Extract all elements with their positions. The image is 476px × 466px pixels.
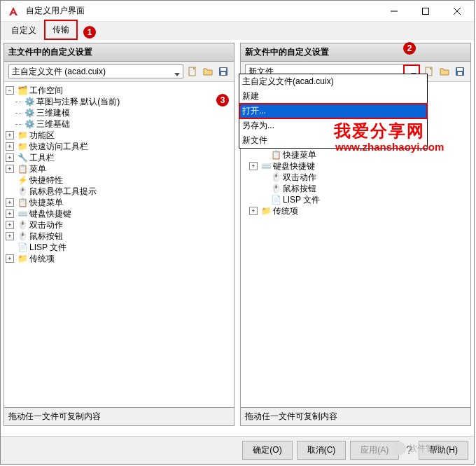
tree-node-dblclick[interactable]: +🖱️双击动作 [6,219,232,231]
save-icon[interactable] [454,65,466,78]
tree-node-shortcutmenu[interactable]: +📋快捷菜单 [6,197,232,208]
tree-node-quickprops[interactable]: ⚡快捷特性 [6,174,232,186]
svg-rect-11 [458,72,462,75]
tree-node-drawing[interactable]: ⚙️草图与注释 默认(当前) [6,96,232,107]
app-icon [5,3,22,20]
right-panel-header: 新文件中的自定义设置 [241,43,470,62]
watermark-footer: 软件智库 [392,441,442,455]
tree-node-mouse[interactable]: +🖱️鼠标按钮 [6,231,232,242]
tree-node-hover[interactable]: 🖱️鼠标悬停工具提示 [6,186,232,197]
title-bar: 自定义用户界面 [1,1,474,22]
svg-rect-10 [457,68,463,71]
left-toolbar: 主自定义文件 (acad.cuix) [4,62,234,82]
new-file-icon[interactable] [186,65,199,78]
right-footer: 拖动任一文件可复制内容 [241,407,470,425]
left-select-value: 主自定义文件 (acad.cuix) [12,66,106,78]
left-panel: 主文件中的自定义设置 主自定义文件 (acad.cuix) −🗂️工作空间 ⚙️… [4,43,234,426]
close-button[interactable] [441,1,472,22]
dropdown-item-new[interactable]: 新建 [239,89,427,104]
window-title: 自定义用户界面 [26,5,85,17]
tree-node-keyboard[interactable]: +⌨️键盘快捷键 [6,208,232,219]
dropdown-item-open[interactable]: 打开... [239,104,427,118]
annotation-marker-2: 2 [403,42,416,55]
tree-node-legacy[interactable]: +📁传统项 [242,205,469,217]
tree-node-mouse[interactable]: 🖱️鼠标按钮 [242,183,469,194]
dropdown-item-main[interactable]: 主自定义文件(acad.cuix) [239,74,427,89]
ok-button[interactable]: 确定(O) [242,441,292,460]
left-footer: 拖动任一文件可复制内容 [4,407,234,425]
left-panel-header: 主文件中的自定义设置 [4,43,234,62]
tree-node-lisp[interactable]: 📄LISP 文件 [6,242,232,253]
minimize-button[interactable] [378,1,410,22]
save-icon[interactable] [217,65,230,78]
tree-node-3dbasic[interactable]: ⚙️三维基础 [6,118,232,130]
tab-customize[interactable]: 自定义 [4,21,44,40]
tree-node-3dmodel[interactable]: ⚙️三维建模 [6,107,232,118]
tree-node-keyboard[interactable]: +⌨️键盘快捷键 [242,160,469,172]
open-folder-icon[interactable] [438,65,451,78]
watermark-text-2: www.zhanshaoyi.com [335,141,444,153]
tab-bar: 自定义 传输 [1,22,474,40]
open-folder-icon[interactable] [202,65,214,78]
tree-node-dblclick[interactable]: 🖱️双击动作 [242,172,469,183]
maximize-button[interactable] [410,1,441,22]
tree-node-toolbar[interactable]: +🔧工具栏 [6,152,232,163]
wechat-icon [392,441,406,455]
cancel-button[interactable]: 取消(C) [297,441,346,460]
annotation-marker-1: 1 [83,26,96,39]
svg-rect-7 [221,72,225,75]
svg-rect-6 [220,68,226,71]
annotation-marker-3: 3 [216,94,229,107]
watermark-text-1: 我爱分享网 [334,120,425,142]
tree-node-legacy[interactable]: +📁传统项 [6,253,232,264]
left-tree[interactable]: −🗂️工作空间 ⚙️草图与注释 默认(当前) ⚙️三维建模 ⚙️三维基础 +📁功… [4,82,234,407]
tree-node-qat[interactable]: +📁快速访问工具栏 [6,141,232,152]
svg-rect-1 [422,8,428,14]
tree-node-lisp[interactable]: 📄LISP 文件 [242,194,469,205]
left-file-select[interactable]: 主自定义文件 (acad.cuix) [8,64,183,78]
tab-transfer[interactable]: 传输 [44,20,78,40]
tree-node-menu[interactable]: +📋菜单 [6,163,232,174]
tree-node-workspace[interactable]: −🗂️工作空间 [6,85,232,96]
chevron-down-icon [174,69,180,79]
tree-node-ribbon[interactable]: +📁功能区 [6,130,232,141]
